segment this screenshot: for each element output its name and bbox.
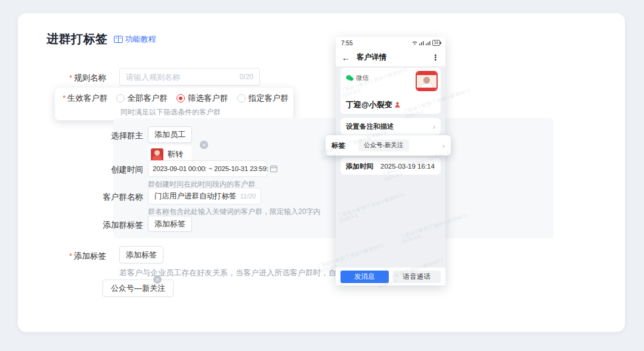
effective-group-label: *生效客户群 xyxy=(63,93,108,104)
member-avatar xyxy=(151,148,163,161)
status-time: 7:55 xyxy=(341,40,352,46)
group-name-value: 门店用户进群自动打标签 xyxy=(154,191,237,201)
customer-name: 丁迎@小裂变 xyxy=(346,100,392,110)
wechat-icon xyxy=(346,75,354,82)
add-tag-button[interactable]: 添加标签 xyxy=(119,246,163,263)
battery-icon: 34 xyxy=(432,40,440,46)
group-tag-label: 添加群标签 xyxy=(95,220,143,231)
radio-all-groups[interactable]: 全部客户群 xyxy=(116,93,168,104)
required-mark: * xyxy=(63,94,66,102)
wifi-icon xyxy=(412,41,417,45)
radio-icon xyxy=(237,94,246,102)
chevron-right-icon: › xyxy=(433,122,435,131)
create-time-label: 创建时间 xyxy=(95,164,143,175)
radio-specified-groups[interactable]: 指定客户群 xyxy=(237,93,289,104)
tag-row-label: 标签 xyxy=(332,141,345,150)
title-row: 进群打标签 功能教程 xyxy=(47,31,156,47)
rule-name-label: *规则名称 xyxy=(54,73,106,83)
rule-name-field: 0/20 xyxy=(119,68,260,86)
effective-group-helper: 同时满足以下筛选条件的客户群 xyxy=(120,107,221,117)
tag-pill: 公众号-新关注 xyxy=(358,139,409,151)
rule-name-input[interactable] xyxy=(126,73,236,82)
page-title: 进群打标签 xyxy=(47,31,108,47)
tag-highlight-row[interactable]: 标签 公众号-新关注 › xyxy=(326,135,451,156)
radio-label: 指定客户群 xyxy=(249,93,289,104)
tutorial-link-label: 功能教程 xyxy=(125,34,156,45)
radio-icon-selected xyxy=(177,94,185,102)
create-time-value: 2023-09-01 00:00: ~ 2025-10-31 23:59: xyxy=(153,165,268,172)
channel-label: 微信 xyxy=(356,74,369,82)
create-time-field[interactable]: 2023-09-01 00:00: ~ 2025-10-31 23:59: xyxy=(148,160,267,177)
add-group-tag-button[interactable]: 添加标签 xyxy=(148,216,192,232)
page: 进群打标签 功能教程 *规则名称 0/20 *生效客户群 xyxy=(0,0,644,351)
group-name-label: 客户群名称 xyxy=(95,192,143,203)
phone-preview: 7:55 34 ← 客户详情 ⋮ 微信 丁迎@小裂变 xyxy=(336,37,445,285)
radio-filtered-groups[interactable]: 筛选客户群 xyxy=(177,93,228,104)
calendar-icon xyxy=(270,165,277,172)
required-mark: * xyxy=(69,73,72,82)
phone-status-bar: 7:55 34 xyxy=(336,37,445,49)
radio-icon xyxy=(116,94,125,102)
main-card: 进群打标签 功能教程 *规则名称 0/20 *生效客户群 xyxy=(18,13,625,332)
radio-label: 筛选客户群 xyxy=(188,93,228,104)
required-mark: * xyxy=(69,251,72,260)
group-name-counter: 11/20 xyxy=(240,192,256,200)
remark-row[interactable]: 设置备注和描述 › xyxy=(340,118,441,135)
send-message-button[interactable]: 发消息 xyxy=(340,271,389,283)
chevron-right-icon: › xyxy=(442,141,445,150)
added-time-value: 2025-03-19 16:14 xyxy=(380,163,435,170)
voice-call-button[interactable]: 语音通话 xyxy=(393,271,441,283)
customer-profile-card: 微信 丁迎@小裂变 xyxy=(340,68,441,114)
phone-page-title: 客户详情 xyxy=(357,52,386,63)
back-icon[interactable]: ← xyxy=(342,53,350,63)
rule-name-counter: 0/20 xyxy=(240,73,253,81)
added-time-label: 添加时间 xyxy=(346,162,373,171)
add-staff-button[interactable]: 添加员工 xyxy=(148,126,192,143)
book-icon xyxy=(114,36,123,43)
signal-icon xyxy=(419,41,424,45)
remove-member-icon[interactable]: × xyxy=(200,141,208,149)
added-time-row: 添加时间 2025-03-19 16:14 xyxy=(340,158,441,175)
add-tag-label: *添加标签 xyxy=(54,251,106,262)
customer-avatar xyxy=(416,71,438,91)
phone-action-bar: 发消息 语音通话 xyxy=(336,268,445,285)
kebab-menu-icon[interactable]: ⋮ xyxy=(432,53,439,62)
signal-icon xyxy=(426,41,431,45)
remove-tag-icon[interactable]: × xyxy=(153,275,162,284)
effective-group-radio-group: 全部客户群 筛选客户群 指定客户群 xyxy=(116,93,289,104)
phone-header: ← 客户详情 ⋮ xyxy=(336,49,445,66)
group-name-field[interactable]: 门店用户进群自动打标签 11/20 xyxy=(148,188,261,204)
tag-chip: 公众号—新关注 xyxy=(103,279,174,297)
member-name: 靳转 xyxy=(168,149,183,160)
person-icon xyxy=(395,102,400,108)
radio-label: 全部客户群 xyxy=(128,93,168,104)
effective-group-highlight-card: *生效客户群 全部客户群 筛选客户群 指定客户群 xyxy=(55,88,293,120)
tutorial-link[interactable]: 功能教程 xyxy=(114,34,156,45)
remark-label: 设置备注和描述 xyxy=(346,122,394,131)
owner-label: 选择群主 xyxy=(95,131,143,141)
